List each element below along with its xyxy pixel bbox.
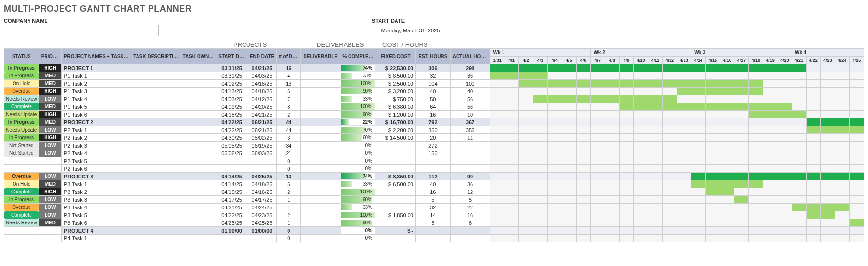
- deliverable[interactable]: [301, 64, 340, 72]
- est-hours[interactable]: 32: [415, 72, 450, 80]
- status-pill[interactable]: On Hold: [4, 180, 39, 188]
- end-date[interactable]: [247, 235, 276, 242]
- priority-pill[interactable]: HIGH: [39, 134, 61, 141]
- status-pill[interactable]: Complete: [4, 188, 39, 195]
- task-desc[interactable]: [131, 72, 181, 80]
- fixed-cost[interactable]: $ 750.00: [376, 95, 416, 103]
- end-date[interactable]: 04/16/25: [247, 188, 276, 196]
- start-date[interactable]: 04/15/25: [216, 188, 247, 196]
- deliverable[interactable]: [301, 157, 340, 165]
- task-desc[interactable]: [131, 88, 181, 95]
- status-pill[interactable]: On Hold: [4, 80, 39, 87]
- fixed-cost[interactable]: [376, 165, 416, 173]
- est-hours[interactable]: 32: [415, 204, 450, 211]
- start-date[interactable]: [216, 235, 247, 242]
- task-owner[interactable]: [181, 188, 216, 196]
- priority-pill[interactable]: MED: [39, 103, 61, 110]
- start-date[interactable]: 04/22/25: [216, 211, 247, 219]
- status-pill[interactable]: Overdue: [4, 88, 39, 95]
- actual-hours[interactable]: 5: [450, 196, 490, 204]
- task-desc[interactable]: [131, 64, 181, 72]
- status-pill[interactable]: [4, 157, 39, 164]
- task-owner[interactable]: [181, 118, 216, 126]
- task-name[interactable]: P2 Task 6: [61, 165, 131, 173]
- task-owner[interactable]: [181, 80, 216, 88]
- start-date[interactable]: 03/31/25: [216, 64, 247, 72]
- task-desc[interactable]: [131, 149, 181, 157]
- deliverable[interactable]: [301, 126, 340, 134]
- actual-hours[interactable]: [450, 157, 490, 165]
- actual-hours[interactable]: 12: [450, 188, 490, 196]
- task-row[interactable]: Needs ReviewLOWP1 Task 404/03/2504/12/25…: [4, 95, 864, 103]
- start-date[interactable]: [216, 157, 247, 165]
- priority-pill[interactable]: LOW: [39, 142, 61, 149]
- task-owner[interactable]: [181, 134, 216, 142]
- start-date[interactable]: 04/25/25: [216, 219, 247, 227]
- priority-pill[interactable]: LOW: [39, 173, 61, 180]
- actual-hours[interactable]: 36: [450, 72, 490, 80]
- end-date[interactable]: 04/25/25: [247, 219, 276, 227]
- task-owner[interactable]: [181, 149, 216, 157]
- priority-pill[interactable]: [39, 227, 61, 234]
- task-owner[interactable]: [181, 142, 216, 149]
- status-pill[interactable]: In Progress: [4, 118, 39, 126]
- deliverable[interactable]: [301, 149, 340, 157]
- est-hours[interactable]: 104: [415, 80, 450, 88]
- task-desc[interactable]: [131, 173, 181, 180]
- status-pill[interactable]: Not Started: [4, 142, 39, 149]
- fixed-cost[interactable]: $ 16,700.00: [376, 118, 416, 126]
- task-desc[interactable]: [131, 126, 181, 134]
- start-date[interactable]: 04/22/25: [216, 126, 247, 134]
- status-pill[interactable]: In Progress: [4, 134, 39, 141]
- actual-hours[interactable]: 356: [450, 126, 490, 134]
- fixed-cost[interactable]: $ 2,500.00: [376, 80, 416, 88]
- end-date[interactable]: 04/21/25: [247, 64, 276, 72]
- task-name[interactable]: P3 Task 6: [61, 219, 131, 227]
- task-owner[interactable]: [181, 72, 216, 80]
- actual-hours[interactable]: 298: [450, 64, 490, 72]
- status-pill[interactable]: [4, 227, 39, 234]
- fixed-cost[interactable]: $ 3,200.00: [376, 88, 416, 95]
- fixed-cost[interactable]: [376, 149, 416, 157]
- status-pill[interactable]: Complete: [4, 211, 39, 219]
- status-pill[interactable]: Needs Review: [4, 95, 39, 103]
- priority-pill[interactable]: [39, 165, 61, 172]
- task-owner[interactable]: [181, 204, 216, 211]
- start-date[interactable]: 04/30/25: [216, 134, 247, 142]
- task-owner[interactable]: [181, 126, 216, 134]
- task-owner[interactable]: [181, 111, 216, 118]
- deliverable[interactable]: [301, 188, 340, 196]
- status-pill[interactable]: [4, 165, 39, 172]
- task-owner[interactable]: [181, 64, 216, 72]
- priority-pill[interactable]: [39, 235, 61, 242]
- priority-pill[interactable]: MED: [39, 180, 61, 188]
- end-date[interactable]: 04/18/25: [247, 80, 276, 88]
- est-hours[interactable]: 5: [415, 196, 450, 204]
- deliverable[interactable]: [301, 118, 340, 126]
- task-desc[interactable]: [131, 196, 181, 204]
- task-name[interactable]: P3 Task 4: [61, 204, 131, 211]
- start-date[interactable]: 04/21/25: [216, 204, 247, 211]
- status-pill[interactable]: [4, 235, 39, 242]
- deliverable[interactable]: [301, 72, 340, 80]
- start-date[interactable]: 04/13/25: [216, 88, 247, 95]
- task-desc[interactable]: [131, 118, 181, 126]
- status-pill[interactable]: Overdue: [4, 173, 39, 180]
- actual-hours[interactable]: 11: [450, 134, 490, 142]
- start-date[interactable]: 05/06/25: [216, 149, 247, 157]
- start-date[interactable]: 04/18/25: [216, 111, 247, 118]
- priority-pill[interactable]: LOW: [39, 204, 61, 211]
- priority-pill[interactable]: LOW: [39, 196, 61, 203]
- task-owner[interactable]: [181, 103, 216, 111]
- actual-hours[interactable]: [450, 149, 490, 157]
- end-date[interactable]: 06/19/25: [247, 142, 276, 149]
- end-date[interactable]: 04/25/25: [247, 173, 276, 180]
- start-date[interactable]: [216, 165, 247, 173]
- end-date[interactable]: [247, 165, 276, 173]
- deliverable[interactable]: [301, 111, 340, 118]
- end-date[interactable]: 06/21/25: [247, 126, 276, 134]
- task-owner[interactable]: [181, 95, 216, 103]
- start-date[interactable]: 01/00/00: [216, 227, 247, 235]
- task-row[interactable]: Needs ReviewMEDP3 Task 604/25/2504/25/25…: [4, 219, 864, 227]
- task-owner[interactable]: [181, 157, 216, 165]
